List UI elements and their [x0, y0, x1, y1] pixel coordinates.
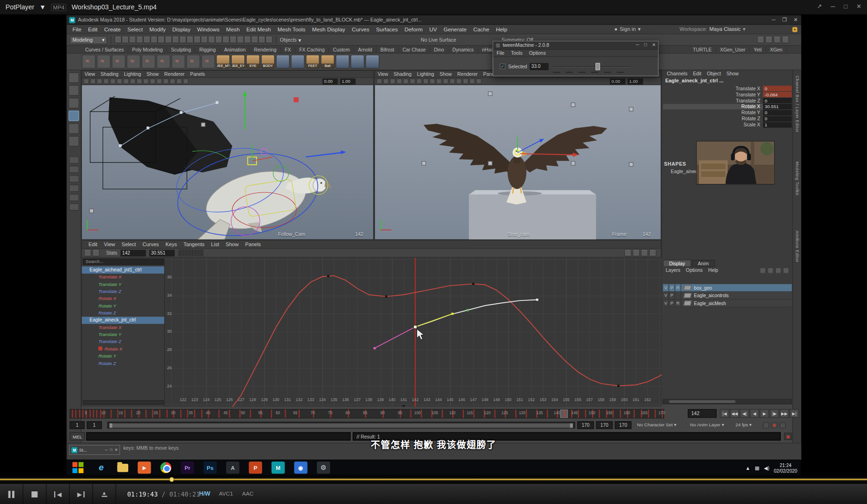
potplayer-titlebar[interactable]: PotPlayer ▼ MP4 Workshop03_Lecture_5.mp4…	[0, 0, 867, 15]
stats-frame-field[interactable]: 142	[121, 249, 146, 256]
make-live-icon[interactable]	[215, 36, 222, 43]
mel-label[interactable]: MEL	[70, 432, 85, 441]
custom-layout-icon[interactable]	[69, 204, 79, 211]
menu-xgen[interactable]: XGen	[766, 47, 786, 52]
menu-curves[interactable]: Curves	[139, 241, 162, 247]
film-gate-icon[interactable]	[137, 79, 142, 84]
isolate-select-icon[interactable]	[470, 79, 475, 84]
layer-color-swatch[interactable]	[683, 301, 692, 306]
tween-tick[interactable]	[553, 72, 560, 73]
taskbar-chrome-icon[interactable]	[161, 462, 172, 473]
tween-tick[interactable]	[566, 72, 573, 73]
play-forwards-button[interactable]: ▶	[760, 409, 769, 418]
lasso-tool-icon[interactable]	[68, 85, 79, 95]
layer-name[interactable]: Eagle_aicMesh	[694, 300, 726, 306]
shelf-item[interactable]	[112, 55, 126, 69]
bookmarks-icon[interactable]	[397, 79, 402, 84]
tab-channel-box-layer-editor[interactable]: Channel Box / Layer Editor	[794, 76, 800, 132]
camera-attributes-icon[interactable]	[97, 79, 103, 84]
tab-display[interactable]: Display	[663, 260, 691, 267]
menu-view[interactable]: View	[375, 71, 391, 77]
scale-tool-icon[interactable]	[68, 136, 79, 146]
tool-settings-toggle-icon[interactable]	[773, 36, 780, 43]
menu-edit-mesh[interactable]: Edit Mesh	[243, 26, 274, 32]
attribute-editor-toggle-icon[interactable]	[765, 36, 772, 43]
range-slider[interactable]	[107, 422, 575, 428]
step-back-key-button[interactable]: ◀|	[740, 409, 749, 418]
fps-dropdown[interactable]: 24 fps ▾	[735, 422, 752, 427]
snap-to-curve-icon[interactable]	[193, 36, 200, 43]
menu-edit[interactable]: Edit	[85, 241, 101, 247]
outliner-translate-y[interactable]: Translate Y	[82, 281, 164, 288]
move-layer-up-icon[interactable]	[760, 268, 766, 274]
tween-slider-handle[interactable]	[595, 63, 600, 70]
menu-sculpting[interactable]: Sculpting	[167, 47, 195, 52]
menu-edit[interactable]: Edit	[85, 26, 101, 32]
maya-close-icon[interactable]: ✕	[794, 16, 798, 22]
outliner-scrollbar[interactable]	[83, 400, 163, 404]
reference-toggle[interactable]	[675, 292, 681, 299]
show-manipulator-icon[interactable]	[757, 36, 764, 43]
step-forward-key-button[interactable]: |▶	[770, 409, 779, 418]
grid-toggle-icon[interactable]	[130, 79, 136, 84]
move-tool-icon[interactable]	[68, 110, 79, 121]
step-forward-frame-button[interactable]: ▶▶	[779, 409, 789, 418]
menu-cache[interactable]: Cache	[470, 26, 492, 32]
channel-value-field[interactable]: 1	[763, 122, 792, 127]
tween-tick[interactable]	[578, 72, 585, 73]
seek-bar[interactable]	[0, 476, 867, 483]
taskbar-folder-icon[interactable]	[117, 463, 128, 472]
channel-row-translate-z[interactable]: Translate Z0	[663, 97, 792, 103]
tray-expand-icon[interactable]: ▲	[745, 465, 750, 471]
menu-show[interactable]: Show	[724, 71, 742, 76]
menu-dino[interactable]: Dino	[430, 47, 448, 52]
select-mask-hierarchy-icon[interactable]	[165, 36, 172, 43]
open-dope-sheet-icon[interactable]	[649, 249, 656, 256]
menu-show[interactable]: Show	[437, 71, 455, 77]
camera-attributes-icon[interactable]	[390, 79, 396, 84]
snap-to-point-icon[interactable]	[201, 36, 208, 43]
shelf-item[interactable]	[336, 55, 350, 69]
field-chart-icon[interactable]	[449, 79, 455, 84]
pause-button[interactable]	[0, 483, 23, 504]
search-input[interactable]: Search...	[83, 259, 163, 265]
render-view-icon[interactable]	[244, 36, 251, 43]
animation-end-field[interactable]: 170	[596, 421, 612, 429]
stacked-curves-icon[interactable]	[641, 249, 648, 256]
open-scene-icon[interactable]	[122, 36, 129, 43]
go-to-end-button[interactable]: ▶|	[790, 409, 799, 418]
two-d-pan-zoom-icon[interactable]	[117, 79, 122, 84]
tween-tick[interactable]	[604, 72, 611, 73]
menu-view[interactable]: View	[82, 71, 98, 77]
shelf-item-ball[interactable]: Ball	[321, 55, 335, 69]
menu-file[interactable]: File	[69, 26, 85, 32]
playback-toggle[interactable]: P	[669, 299, 675, 307]
menu-show[interactable]: Show	[144, 71, 162, 77]
maya-minimize-icon[interactable]: ─	[772, 16, 776, 22]
tween-slider-track[interactable]	[553, 66, 630, 67]
playback-options-icon[interactable]	[763, 422, 769, 428]
workspace-selector[interactable]: Workspace: Maya Classic ▾	[680, 26, 746, 32]
paste-icon[interactable]	[158, 36, 165, 43]
menu-lighting[interactable]: Lighting	[414, 71, 437, 77]
anim-layer-dropdown[interactable]: No Anim Layer ▾	[690, 422, 724, 427]
gamma-field[interactable]: 1.00	[340, 79, 355, 85]
animation-end-field-2[interactable]: 170	[615, 421, 631, 429]
shelf-item-feet[interactable]: FEET	[306, 55, 320, 69]
menu-select[interactable]: Select	[118, 241, 140, 247]
taskbar-tools-icon[interactable]	[317, 461, 330, 474]
outliner-translate-y[interactable]: Translate Y	[82, 331, 164, 338]
shapes-node-name[interactable]: Eagle_ainec	[671, 168, 698, 174]
chevron-down-icon[interactable]: ▼	[39, 3, 46, 11]
taskbar-start-icon[interactable]	[72, 461, 85, 474]
open-file-button[interactable]: ▲	[93, 483, 116, 504]
shelf-item-body[interactable]: BODY	[261, 55, 275, 69]
minimize-icon[interactable]: ─	[636, 42, 639, 48]
ipr-render-icon[interactable]	[258, 36, 265, 43]
menu-display[interactable]: Display	[169, 26, 194, 32]
menu-object[interactable]: Object	[704, 71, 724, 76]
menu-lighting[interactable]: Lighting	[121, 71, 144, 77]
menu-shading[interactable]: Shading	[391, 71, 414, 77]
command-input[interactable]	[86, 432, 351, 441]
save-scene-icon[interactable]	[129, 36, 136, 43]
